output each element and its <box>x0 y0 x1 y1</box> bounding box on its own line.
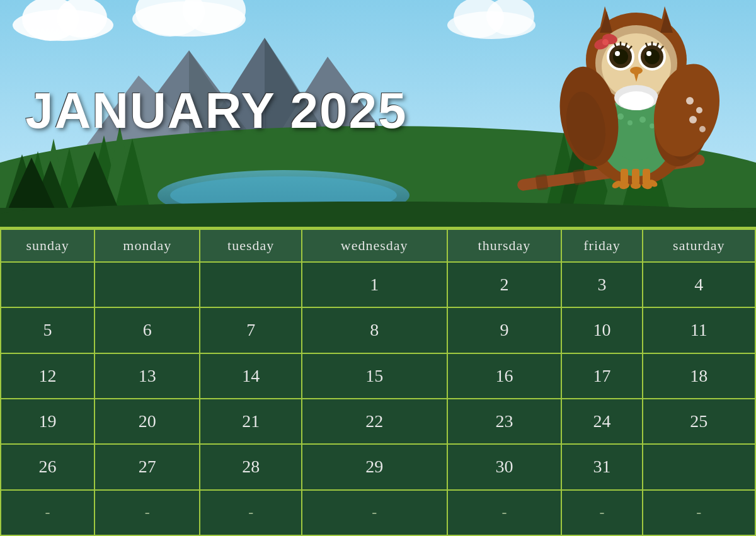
calendar-day-1-6: 11 <box>643 307 755 353</box>
calendar-day-4-2: 28 <box>200 444 302 489</box>
svg-point-92 <box>631 183 641 189</box>
svg-point-83 <box>686 97 694 105</box>
svg-point-69 <box>646 51 651 56</box>
calendar-day-5-3: - <box>302 490 447 535</box>
svg-point-61 <box>615 51 620 56</box>
header-wednesday: wednesday <box>302 229 447 262</box>
calendar-day-1-3: 8 <box>302 307 447 353</box>
calendar-title: JANUARY 2025 <box>25 82 408 140</box>
header-sunday: sunday <box>1 229 94 262</box>
calendar-day-0-0 <box>1 262 94 307</box>
svg-point-48 <box>627 120 633 125</box>
svg-rect-87 <box>621 169 628 185</box>
calendar-day-1-5: 10 <box>561 307 642 353</box>
calendar-day-0-3: 1 <box>302 262 447 307</box>
calendar-body: 1234567891011121314151617181920212223242… <box>1 262 755 535</box>
calendar-day-4-3: 29 <box>302 444 447 489</box>
calendar-table: sunday monday tuesday wednesday thursday… <box>0 229 756 536</box>
calendar-day-5-6: - <box>643 490 755 535</box>
calendar-day-4-4: 30 <box>447 444 562 489</box>
calendar-day-0-4: 2 <box>447 262 562 307</box>
svg-point-50 <box>650 123 655 128</box>
svg-rect-40 <box>573 169 586 185</box>
svg-rect-39 <box>535 174 548 190</box>
calendar-day-2-1: 13 <box>94 353 200 399</box>
calendar-week-5: 262728293031 <box>1 444 755 489</box>
calendar-day-0-1 <box>94 262 200 307</box>
calendar-day-0-2 <box>200 262 302 307</box>
calendar-week-6: ------- <box>1 490 755 535</box>
calendar-day-2-0: 12 <box>1 353 94 399</box>
header-tuesday: tuesday <box>200 229 302 262</box>
header-monday: monday <box>94 229 200 262</box>
calendar-week-2: 567891011 <box>1 307 755 353</box>
calendar-day-4-6 <box>643 444 755 489</box>
svg-point-75 <box>630 67 643 74</box>
header-saturday: saturday <box>643 229 755 262</box>
calendar-day-3-0: 19 <box>1 399 94 444</box>
days-header-row: sunday monday tuesday wednesday thursday… <box>1 229 755 262</box>
calendar-day-0-6: 4 <box>643 262 755 307</box>
header-illustration: JANUARY 2025 <box>0 0 756 227</box>
calendar-day-3-6: 25 <box>643 399 755 444</box>
calendar-day-3-4: 23 <box>447 399 562 444</box>
svg-point-77 <box>619 91 654 110</box>
svg-point-86 <box>699 126 706 132</box>
svg-rect-88 <box>632 169 639 185</box>
calendar-day-3-5: 24 <box>561 399 642 444</box>
calendar-day-0-5: 3 <box>561 262 642 307</box>
svg-point-97 <box>602 39 609 45</box>
calendar-week-1: 1234 <box>1 262 755 307</box>
calendar-day-2-4: 16 <box>447 353 562 399</box>
svg-point-85 <box>689 116 697 123</box>
calendar-day-4-1: 27 <box>94 444 200 489</box>
header-thursday: thursday <box>447 229 562 262</box>
calendar-day-4-0: 26 <box>1 444 94 489</box>
header-friday: friday <box>561 229 642 262</box>
calendar-day-1-0: 5 <box>1 307 94 353</box>
calendar-day-5-1: - <box>94 490 200 535</box>
calendar-day-5-0: - <box>1 490 94 535</box>
calendar-day-1-2: 7 <box>200 307 302 353</box>
calendar-day-4-5: 31 <box>561 444 642 489</box>
calendar-day-1-1: 6 <box>94 307 200 353</box>
calendar-day-3-3: 22 <box>302 399 447 444</box>
svg-point-68 <box>644 49 660 64</box>
svg-point-47 <box>617 113 624 120</box>
svg-point-49 <box>639 117 646 123</box>
page-wrapper: JANUARY 2025 sunday monday tuesday wedne… <box>0 0 756 536</box>
calendar-week-4: 19202122232425 <box>1 399 755 444</box>
calendar-day-3-1: 20 <box>94 399 200 444</box>
calendar-week-3: 12131415161718 <box>1 353 755 399</box>
calendar-day-2-6: 18 <box>643 353 755 399</box>
svg-point-84 <box>696 107 702 113</box>
calendar-day-2-2: 14 <box>200 353 302 399</box>
calendar-day-1-4: 9 <box>447 307 562 353</box>
calendar-day-2-5: 17 <box>561 353 642 399</box>
calendar-day-2-3: 15 <box>302 353 447 399</box>
calendar-area: sunday monday tuesday wednesday thursday… <box>0 227 756 536</box>
calendar-day-5-2: - <box>200 490 302 535</box>
svg-point-60 <box>613 49 628 64</box>
calendar-day-3-2: 21 <box>200 399 302 444</box>
calendar-day-5-4: - <box>447 490 562 535</box>
calendar-day-5-5: - <box>561 490 642 535</box>
